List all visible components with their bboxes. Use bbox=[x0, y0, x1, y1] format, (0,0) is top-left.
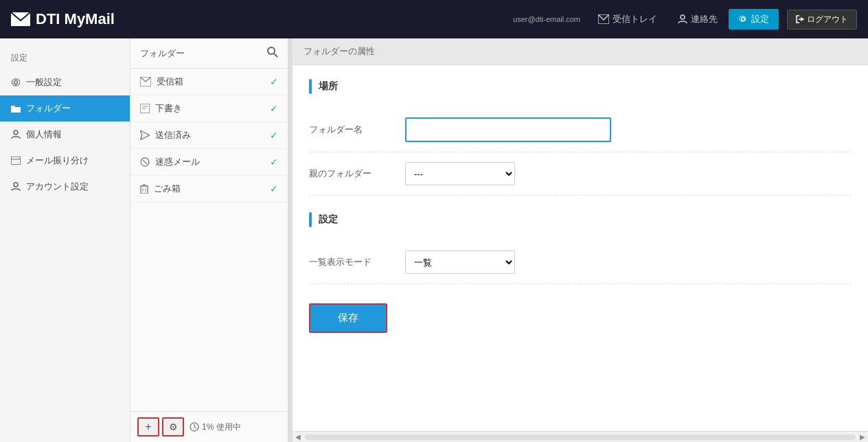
settings-section: 設定 一覧表示モード 一覧 スレッド bbox=[309, 212, 852, 284]
sidebar-general-label: 一般設定 bbox=[26, 76, 62, 89]
nav-settings-label: 設定 bbox=[751, 13, 769, 25]
svg-line-11 bbox=[274, 54, 277, 57]
svg-point-6 bbox=[14, 130, 18, 135]
nav-contacts-label: 連絡先 bbox=[691, 13, 718, 25]
trash-folder-icon bbox=[140, 184, 148, 194]
header-nav: 受信トレイ 連絡先 設定 bbox=[589, 9, 779, 30]
nav-item-contacts[interactable]: 連絡先 bbox=[668, 9, 727, 30]
folder-icon bbox=[11, 104, 21, 113]
parent-folder-select[interactable]: --- bbox=[405, 162, 515, 185]
folder-spam-check: ✓ bbox=[270, 156, 278, 167]
svg-point-5 bbox=[14, 81, 18, 84]
svg-marker-16 bbox=[140, 130, 150, 140]
sidebar-item-personal[interactable]: 個人情報 bbox=[0, 121, 130, 148]
list-mode-label: 一覧表示モード bbox=[309, 256, 405, 268]
middle-panel-footer: + ⚙ 1% 使用中 bbox=[130, 411, 288, 442]
sidebar-personal-label: 個人情報 bbox=[26, 128, 62, 141]
nav-item-settings[interactable]: 設定 bbox=[729, 9, 779, 30]
filter-icon bbox=[11, 156, 21, 165]
user-email: user@dti-email.com bbox=[513, 15, 580, 23]
scroll-left-arrow[interactable]: ◀ bbox=[293, 432, 304, 443]
sidebar-item-folder[interactable]: フォルダー bbox=[0, 95, 130, 121]
folder-inbox-label: 受信箱 bbox=[157, 75, 183, 88]
folder-spam-label: 迷惑メール bbox=[155, 156, 200, 168]
folder-item-sent[interactable]: 送信済み ✓ bbox=[130, 122, 288, 149]
middle-panel-header: フォルダー bbox=[130, 38, 288, 69]
sidebar-item-general[interactable]: 一般設定 bbox=[0, 69, 130, 95]
nav-inbox-label: 受信トレイ bbox=[613, 13, 657, 25]
list-mode-select[interactable]: 一覧 スレッド bbox=[405, 251, 515, 274]
general-settings-icon bbox=[11, 78, 21, 87]
header-right: user@dti-email.com 受信トレイ 連絡先 設定 ログアウト bbox=[513, 9, 857, 30]
folder-item-inbox[interactable]: 受信箱 ✓ bbox=[130, 69, 288, 95]
inbox-icon bbox=[598, 14, 609, 24]
folder-settings-button[interactable]: ⚙ bbox=[162, 417, 184, 437]
sidebar: 設定 一般設定 フォルダー 個人情報 メール振り分け アカウント設定 bbox=[0, 38, 130, 442]
middle-panel-title: フォルダー bbox=[140, 47, 185, 60]
svg-line-18 bbox=[143, 160, 147, 164]
svg-point-10 bbox=[268, 47, 275, 54]
inbox-folder-icon bbox=[140, 77, 151, 86]
right-panel: フォルダーの属性 場所 フォルダー名 親のフォルダー --- bbox=[293, 38, 868, 442]
sidebar-title: 設定 bbox=[0, 49, 130, 69]
svg-point-2 bbox=[681, 15, 685, 19]
right-panel-header: フォルダーの属性 bbox=[293, 38, 868, 65]
parent-folder-label: 親のフォルダー bbox=[309, 167, 405, 180]
parent-folder-row: 親のフォルダー --- bbox=[309, 152, 852, 196]
folder-item-drafts[interactable]: 下書き ✓ bbox=[130, 95, 288, 122]
spam-folder-icon bbox=[140, 157, 150, 167]
folder-search-button[interactable] bbox=[267, 47, 278, 60]
folder-drafts-check: ✓ bbox=[270, 103, 278, 114]
folder-name-input[interactable] bbox=[405, 117, 611, 142]
nav-item-inbox[interactable]: 受信トレイ bbox=[589, 9, 667, 30]
usage-info: 1% 使用中 bbox=[190, 421, 241, 433]
personal-info-icon bbox=[11, 130, 21, 139]
folder-item-spam[interactable]: 迷惑メール ✓ bbox=[130, 149, 288, 176]
mail-icon bbox=[11, 12, 30, 26]
svg-point-9 bbox=[14, 183, 18, 187]
scroll-right-arrow[interactable]: ▶ bbox=[857, 432, 868, 443]
sidebar-item-filter[interactable]: メール振り分け bbox=[0, 148, 130, 174]
location-section-header: 場所 bbox=[309, 79, 852, 94]
middle-panel: フォルダー 受信箱 ✓ 下書き ✓ bbox=[130, 38, 288, 442]
sidebar-item-account[interactable]: アカウント設定 bbox=[0, 174, 130, 200]
folder-sent-label: 送信済み bbox=[155, 129, 191, 141]
folder-trash-label: ごみ箱 bbox=[154, 183, 181, 195]
main-container: 設定 一般設定 フォルダー 個人情報 メール振り分け アカウント設定 フォルダー bbox=[0, 38, 868, 442]
usage-clock-icon bbox=[190, 422, 199, 432]
logo: DTI MyMail bbox=[11, 10, 115, 28]
add-folder-button[interactable]: + bbox=[137, 417, 159, 437]
header: DTI MyMail user@dti-email.com 受信トレイ 連絡先 … bbox=[0, 0, 868, 38]
usage-text: 1% 使用中 bbox=[202, 421, 241, 433]
right-panel-content: 場所 フォルダー名 親のフォルダー --- 設定 bbox=[293, 65, 868, 431]
svg-rect-19 bbox=[141, 186, 148, 194]
logout-label: ログアウト bbox=[807, 14, 848, 25]
svg-rect-7 bbox=[11, 156, 21, 165]
right-panel-title: フォルダーの属性 bbox=[304, 46, 375, 56]
scroll-track[interactable] bbox=[305, 434, 856, 440]
person-icon bbox=[678, 14, 687, 24]
svg-line-26 bbox=[194, 427, 196, 428]
sidebar-filter-label: メール振り分け bbox=[26, 154, 89, 167]
folder-item-trash[interactable]: ごみ箱 ✓ bbox=[130, 176, 288, 202]
logout-button[interactable]: ログアウト bbox=[787, 10, 857, 30]
account-icon bbox=[11, 182, 21, 191]
folder-name-row: フォルダー名 bbox=[309, 108, 852, 152]
folder-sent-check: ✓ bbox=[270, 130, 278, 141]
settings-section-header: 設定 bbox=[309, 212, 852, 227]
sidebar-folder-label: フォルダー bbox=[26, 102, 71, 115]
folder-list: 受信箱 ✓ 下書き ✓ 送信済み ✓ bbox=[130, 69, 288, 411]
settings-section-title: 設定 bbox=[319, 213, 338, 226]
logout-icon bbox=[796, 15, 804, 23]
save-button[interactable]: 保存 bbox=[309, 303, 387, 333]
folder-inbox-check: ✓ bbox=[270, 76, 278, 87]
bottom-scrollbar[interactable]: ◀ ▶ bbox=[293, 431, 868, 442]
list-mode-row: 一覧表示モード 一覧 スレッド bbox=[309, 241, 852, 284]
sidebar-account-label: アカウント設定 bbox=[26, 181, 89, 193]
folder-drafts-label: 下書き bbox=[155, 102, 182, 115]
sent-folder-icon bbox=[140, 130, 150, 140]
section-accent bbox=[309, 79, 312, 94]
draft-folder-icon bbox=[140, 104, 150, 113]
logo-text: DTI MyMail bbox=[36, 10, 115, 28]
location-section-title: 場所 bbox=[319, 80, 338, 93]
